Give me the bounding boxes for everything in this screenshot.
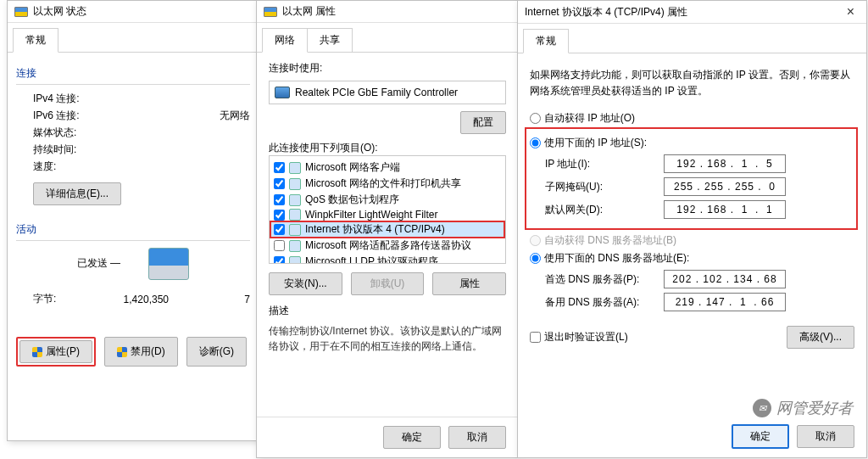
protocol-label: WinpkFilter LightWeight Filter xyxy=(305,209,438,221)
shield-icon xyxy=(117,347,127,357)
protocol-item[interactable]: Internet 协议版本 4 (TCP/IPv4) xyxy=(271,221,504,238)
tab-general[interactable]: 常规 xyxy=(523,29,569,53)
tab-sharing[interactable]: 共享 xyxy=(308,28,353,53)
ipv4-label: IPv4 连接: xyxy=(33,92,92,106)
protocol-item[interactable]: Microsoft 网络适配器多路传送器协议 xyxy=(271,238,504,254)
preferred-dns-label: 首选 DNS 服务器(P): xyxy=(545,272,664,287)
cancel-button[interactable]: 取消 xyxy=(448,426,506,449)
protocol-label: QoS 数据包计划程序 xyxy=(305,193,399,207)
dialog-title: 以太网 属性 xyxy=(282,4,336,19)
protocol-item[interactable]: Microsoft 网络客户端 xyxy=(271,160,504,176)
titlebar[interactable]: 以太网 状态 xyxy=(8,1,259,23)
protocol-checkbox[interactable] xyxy=(274,256,285,264)
titlebar[interactable]: Internet 协议版本 4 (TCP/IPv4) 属性 × xyxy=(518,1,866,24)
ok-button[interactable]: 确定 xyxy=(732,424,789,449)
sent-label: 已发送 — xyxy=(77,257,120,269)
ipv6-value: 无网络 xyxy=(220,109,250,123)
tabbar: 常规 xyxy=(8,23,259,53)
details-button[interactable]: 详细信息(E)... xyxy=(33,182,121,205)
activity-heading: 活动 xyxy=(16,222,250,237)
protocol-icon xyxy=(289,224,301,236)
adapter-box: Realtek PCIe GbE Family Controller xyxy=(269,81,506,104)
protocol-item[interactable]: Microsoft 网络的文件和打印机共享 xyxy=(271,176,504,192)
ok-button[interactable]: 确定 xyxy=(383,426,441,449)
properties-button[interactable]: 属性(P) xyxy=(19,340,92,363)
ethernet-icon xyxy=(264,7,277,17)
tabbar: 网络 共享 xyxy=(257,23,518,53)
radio-obtain-ip-auto[interactable]: 自动获得 IP 地址(O) xyxy=(530,111,854,126)
protocol-checkbox[interactable] xyxy=(274,178,285,189)
connect-using-label: 连接时使用: xyxy=(269,61,506,76)
subnet-mask-label: 子网掩码(U): xyxy=(545,180,664,194)
protocol-icon xyxy=(289,194,301,206)
media-state-label: 媒体状态: xyxy=(33,126,92,140)
cancel-button[interactable]: 取消 xyxy=(797,425,854,448)
advanced-button[interactable]: 高级(V)... xyxy=(787,326,854,349)
bytes-sent-value: 1,420,350 xyxy=(92,294,169,305)
preferred-dns-input[interactable] xyxy=(664,270,786,288)
subnet-mask-input[interactable] xyxy=(664,177,786,196)
titlebar[interactable]: 以太网 属性 xyxy=(257,1,518,23)
install-button[interactable]: 安装(N)... xyxy=(269,272,342,295)
bytes-recv-value: 7 xyxy=(244,294,250,305)
close-icon[interactable]: × xyxy=(842,4,860,20)
radio-obtain-dns-auto: 自动获得 DNS 服务器地址(B) xyxy=(530,233,854,248)
ethernet-icon xyxy=(14,7,28,17)
uninstall-button: 卸载(U) xyxy=(351,272,425,295)
description-text: 传输控制协议/Internet 协议。该协议是默认的广域网络协议，用于在不同的相… xyxy=(269,323,506,354)
radio-use-dns[interactable]: 使用下面的 DNS 服务器地址(E): xyxy=(530,251,854,266)
protocol-icon xyxy=(289,256,301,265)
ipv6-label: IPv6 连接: xyxy=(33,109,92,123)
bytes-label: 字节: xyxy=(33,292,92,306)
dialog-title: 以太网 状态 xyxy=(33,4,86,19)
alternate-dns-input[interactable] xyxy=(664,293,786,311)
protocol-checkbox[interactable] xyxy=(274,210,285,221)
ipv4-properties-dialog: Internet 协议版本 4 (TCP/IPv4) 属性 × 常规 如果网络支… xyxy=(517,0,867,458)
protocol-label: Internet 协议版本 4 (TCP/IPv4) xyxy=(305,222,445,237)
protocol-icon xyxy=(289,178,301,190)
tab-general[interactable]: 常规 xyxy=(13,28,58,53)
protocol-label: Microsoft 网络客户端 xyxy=(305,160,400,175)
watermark: ✉ 网管爱好者 xyxy=(753,398,853,418)
item-properties-button[interactable]: 属性 xyxy=(432,272,506,295)
protocol-label: Microsoft 网络的文件和打印机共享 xyxy=(305,176,461,191)
divider xyxy=(16,84,250,85)
diagnose-button[interactable]: 诊断(G) xyxy=(186,337,247,367)
protocol-item[interactable]: QoS 数据包计划程序 xyxy=(271,192,504,208)
adapter-icon xyxy=(275,87,290,98)
alternate-dns-label: 备用 DNS 服务器(A): xyxy=(545,295,664,310)
uses-items-label: 此连接使用下列项目(O): xyxy=(269,141,506,155)
ip-address-input[interactable] xyxy=(664,154,786,173)
activity-monitor-icon xyxy=(148,248,189,280)
speed-label: 速度: xyxy=(33,160,92,174)
protocol-list[interactable]: Microsoft 网络客户端Microsoft 网络的文件和打印机共享QoS … xyxy=(269,155,506,264)
protocol-checkbox[interactable] xyxy=(274,194,285,205)
protocol-icon xyxy=(289,240,301,252)
ethernet-status-dialog: 以太网 状态 常规 连接 IPv4 连接: IPv6 连接:无网络 媒体状态: … xyxy=(7,0,259,441)
connection-heading: 连接 xyxy=(16,66,250,81)
intro-text: 如果网络支持此功能，则可以获取自动指派的 IP 设置。否则，你需要从网络系统管理… xyxy=(530,67,854,99)
wechat-icon: ✉ xyxy=(753,399,771,417)
protocol-checkbox[interactable] xyxy=(274,240,285,251)
protocol-label: Microsoft LLDP 协议驱动程序 xyxy=(305,255,438,264)
shield-icon xyxy=(32,347,42,357)
description-heading: 描述 xyxy=(269,304,506,318)
divider xyxy=(16,240,250,241)
protocol-item[interactable]: WinpkFilter LightWeight Filter xyxy=(271,208,504,221)
radio-use-ip[interactable]: 使用下面的 IP 地址(S): xyxy=(530,136,853,150)
tab-network[interactable]: 网络 xyxy=(262,28,308,53)
gateway-input[interactable] xyxy=(664,200,786,219)
protocol-icon xyxy=(289,162,301,174)
validate-checkbox[interactable]: 退出时验证设置(L) xyxy=(530,330,628,344)
ip-address-label: IP 地址(I): xyxy=(545,157,664,171)
disable-button[interactable]: 禁用(D) xyxy=(104,337,178,367)
protocol-icon xyxy=(289,209,301,221)
adapter-name: Realtek PCIe GbE Family Controller xyxy=(295,87,458,98)
protocol-item[interactable]: Microsoft LLDP 协议驱动程序 xyxy=(271,254,504,264)
configure-button[interactable]: 配置 xyxy=(460,111,506,134)
protocol-checkbox[interactable] xyxy=(274,224,285,235)
highlight-ip-section: 使用下面的 IP 地址(S): IP 地址(I): 子网掩码(U): 默认网关(… xyxy=(525,127,858,230)
ethernet-properties-dialog: 以太网 属性 网络 共享 连接时使用: Realtek PCIe GbE Fam… xyxy=(256,0,519,458)
protocol-checkbox[interactable] xyxy=(274,162,285,173)
protocol-label: Microsoft 网络适配器多路传送器协议 xyxy=(305,238,471,253)
